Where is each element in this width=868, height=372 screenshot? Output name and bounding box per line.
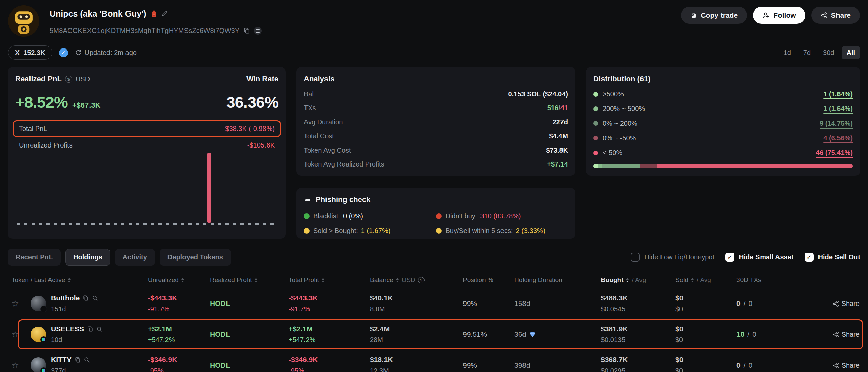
total-profit-value: +$2.1M [289, 325, 364, 333]
distribution-dot [593, 136, 598, 140]
solana-chain-badge-icon [40, 306, 47, 312]
checkbox[interactable]: ✓ [805, 253, 814, 262]
share-profile-button[interactable]: Share [811, 7, 860, 24]
copy-token-address-icon[interactable] [75, 357, 81, 363]
range-7d[interactable]: 7d [798, 46, 815, 59]
token-name[interactable]: Butthole [51, 294, 80, 302]
tab-recent-pnl[interactable]: Recent PnL [8, 249, 61, 266]
sold-total: $0 [675, 356, 731, 364]
analysis-row: Token Avg Cost$73.8K [304, 146, 568, 154]
range-1d[interactable]: 1d [779, 46, 796, 59]
follow-button[interactable]: Follow [753, 7, 805, 24]
col-realized-profit[interactable]: Realized Profit [204, 276, 283, 284]
share-row-button[interactable]: Share [833, 300, 860, 308]
copy-trade-button[interactable]: Copy trade [681, 7, 747, 24]
share-row-label: Share [842, 300, 860, 308]
share-row-button[interactable]: Share [833, 331, 860, 338]
tab-holdings[interactable]: Holdings [65, 249, 110, 266]
copy-address-icon[interactable] [243, 27, 250, 34]
distribution-value-link[interactable]: 1 (1.64%) [823, 105, 853, 113]
bought-total: $368.7K [601, 356, 670, 364]
bought-avg-price: $0.0545 [601, 305, 670, 313]
tab-activity[interactable]: Activity [115, 249, 155, 266]
solana-chain-badge-icon [40, 336, 47, 343]
token-name[interactable]: USELESS [51, 325, 84, 333]
range-30d[interactable]: 30d [818, 46, 839, 59]
col-total-profit[interactable]: Total Profit [283, 276, 364, 284]
sold-avg-price: $0 [675, 367, 731, 372]
win-rate-value: 36.36% [226, 93, 278, 112]
realized-pnl-title: Realized PnL [15, 75, 62, 83]
col-holding-duration: Holding Duration [509, 276, 595, 284]
sort-icon[interactable] [181, 278, 184, 282]
token-name[interactable]: KITTY [51, 356, 72, 364]
edit-name-icon[interactable] [161, 11, 168, 17]
tab-group: Recent PnLHoldingsActivityDeployed Token… [8, 249, 236, 266]
refresh-icon[interactable] [75, 49, 82, 56]
tab-deployed-tokens[interactable]: Deployed Tokens [160, 249, 231, 266]
share-row-button[interactable]: Share [833, 361, 860, 369]
twitter-followers-pill[interactable]: X 152.3K [8, 45, 52, 60]
favorite-star-icon[interactable]: ☆ [11, 361, 19, 370]
col-balance[interactable]: Balance USD $ [364, 276, 457, 284]
total-profit-percent: -91.7% [289, 305, 364, 313]
currency-toggle-icon[interactable]: $ [65, 76, 72, 83]
analysis-row-label: Bal [304, 90, 314, 98]
sort-icon[interactable] [691, 278, 694, 282]
solana-explorer-icon[interactable] [254, 27, 262, 35]
distribution-dot [593, 92, 598, 97]
realized-pnl-panel: Realized PnL $ USD Win Rate +8.52% +$67.… [8, 67, 286, 239]
checkbox[interactable]: ✓ [725, 253, 734, 262]
phishing-label: Blacklist: [313, 212, 340, 220]
checkbox[interactable] [631, 253, 640, 262]
distribution-value-link[interactable]: 4 (6.56%) [823, 134, 853, 142]
sort-icon[interactable] [396, 278, 399, 282]
distribution-value-link[interactable]: 46 (75.41%) [816, 149, 853, 157]
balance-amount: 8.8M [370, 305, 457, 313]
table-row[interactable]: ☆USELESS10d+$2.1M+547.2%HODL+$2.1M+547.2… [8, 319, 860, 350]
phishing-label: Sold > Bought: [313, 227, 358, 235]
total-profit-value: -$346.9K [289, 356, 364, 364]
sold-total: $0 [675, 294, 731, 302]
share-icon [821, 12, 827, 19]
unrealized-value: +$2.1M [148, 325, 204, 333]
filter-hide-low-liq[interactable]: Hide Low Liq/Honeypot [631, 253, 714, 262]
balance-amount: 12.3M [370, 367, 457, 372]
filter-hide-small-asset[interactable]: ✓Hide Small Asset [725, 253, 794, 262]
distribution-dot [593, 121, 598, 126]
favorite-star-icon[interactable]: ☆ [11, 299, 19, 308]
distribution-row-label: 200% ~ 500% [603, 105, 645, 113]
followers-count: 152.3K [23, 49, 45, 57]
range-All[interactable]: All [842, 46, 860, 59]
sort-icon[interactable] [255, 278, 257, 282]
col-token-last-active[interactable]: Token / Last Active [8, 276, 142, 284]
table-row[interactable]: ☆KITTY377d-$346.9K-95%HODL-$346.9K-95%$1… [8, 350, 860, 372]
currency-toggle-icon[interactable]: $ [418, 277, 425, 283]
distribution-dot [593, 106, 598, 111]
chart-baseline [17, 223, 277, 225]
sort-icon[interactable] [68, 278, 71, 282]
distribution-value-link[interactable]: 1 (1.64%) [823, 90, 853, 98]
distribution-value-link[interactable]: 9 (14.75%) [820, 120, 853, 128]
sort-icon[interactable] [322, 278, 324, 282]
wallet-address[interactable]: 5M8ACGKEXG1ojKDTMH3sMqhTihTgHYMSsZc6W8i7… [50, 27, 239, 35]
analysis-row: Avg Duration227d [304, 118, 568, 126]
phishing-dot [436, 213, 442, 219]
copy-token-address-icon[interactable] [87, 326, 93, 332]
col-bought[interactable]: Bought / Avg [595, 276, 670, 284]
unrealized-percent: +547.2% [148, 336, 204, 344]
follow-person-icon [762, 12, 770, 19]
search-token-icon[interactable] [84, 357, 90, 363]
phishing-item: Blacklist:0 (0%) [304, 212, 436, 220]
phishing-dot [436, 228, 442, 234]
col-unrealized[interactable]: Unrealized [142, 276, 204, 284]
col-sold[interactable]: Sold / Avg [670, 276, 731, 284]
search-token-icon[interactable] [92, 295, 98, 301]
table-row[interactable]: ☆Butthole151d-$443.3K-91.7%HODL-$443.3K-… [8, 288, 860, 319]
sort-icon[interactable] [626, 278, 629, 282]
analysis-row-label: Total Cost [304, 132, 334, 140]
copy-token-address-icon[interactable] [83, 295, 89, 301]
favorite-star-icon[interactable]: ☆ [11, 330, 19, 339]
filter-hide-sell-out[interactable]: ✓Hide Sell Out [805, 253, 860, 262]
search-token-icon[interactable] [96, 326, 102, 332]
